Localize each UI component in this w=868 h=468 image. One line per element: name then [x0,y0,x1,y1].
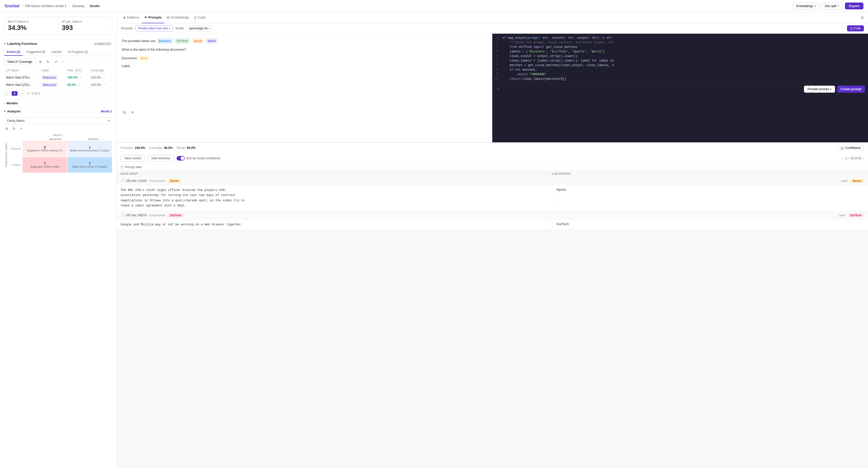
label-business: Business [157,38,173,44]
lf-name-fsl: Warm Start (FSL) [4,74,39,81]
tab-code[interactable]: {} Code [191,12,208,23]
metrics-row: Best F1 Macro ▾ 34.3% SF gen. labels ▾ 3… [4,17,112,35]
label-world: World [206,38,217,44]
clarity-col-headers: Incorrect Correct [22,137,112,140]
external-link-icon[interactable]: ↗ [78,83,80,87]
analysis-title: ▾ Analysis [4,109,21,113]
sports-gt-tag-1: Sports [167,179,181,183]
col-coverage: Coverage [89,67,112,74]
export-icon[interactable]: ↗ [53,59,59,65]
main-layout: Best F1 Macro ▾ 34.3% SF gen. labels ▾ 3… [0,12,868,468]
metric-sf-label: SF gen. labels ▾ [62,20,108,23]
lf-toolbar: View LF Coverage ⊜ ↻ ↗ ⋯ [4,59,112,65]
tab-patterns-label: Patterns [127,15,139,19]
prompt-config-bar: Template Predict label from text ▾ Model… [117,23,868,34]
template-value: Predict label from text [138,27,168,30]
refresh-clarity-icon[interactable]: ↻ [11,126,17,131]
clarity-cell-11-value: 7 [89,162,91,165]
filter-icon[interactable]: ⊜ [38,59,43,65]
devsplit-dropdown[interactable]: Dev split ▾ [822,3,842,9]
labeling-functions-section[interactable]: ▾ Labeling Functions 2 Active LFs [4,39,112,47]
lf-label-fsl: Multi-polar [39,74,65,81]
external-link-icon[interactable]: ↗ [103,83,105,87]
external-link-icon[interactable]: ↗ [79,76,82,79]
topnav-actions: Embeddings ▾ Dev split ▾ Export [793,3,863,9]
data-row-2-body: Google and Mozilla may or not be working… [117,220,868,230]
code-button[interactable]: {} Code [847,25,864,31]
next-page-button[interactable]: › [20,91,25,96]
clarity-cell-00-value: 0 [44,145,45,149]
embeddings-icon: ⊞ [167,15,169,19]
tab-inactive[interactable]: Inactive [49,48,64,56]
view-incorrect-button[interactable]: View incorrect [148,155,174,162]
filter-button[interactable]: ⊜ [861,15,864,20]
breadcrumb-develop[interactable]: Develop [72,4,85,8]
models-section[interactable]: › Models [4,99,112,107]
confidence-button[interactable]: 📊 Confidence [837,145,864,151]
sort-toggle[interactable] [177,156,185,161]
editor-bottom-icons: ⊟ ✛ [122,69,487,115]
view-correct-button[interactable]: View correct [121,155,145,162]
tab-suggested[interactable]: Suggested (8) [24,48,48,56]
breadcrumb-project[interactable]: FM-Demo-AGNews-Small-1 [25,4,66,8]
code-line-3: 3 from difflib import get_close_matches [492,45,868,49]
tab-code-label: Code [197,15,206,19]
more-options-icon[interactable]: ⋯ [61,59,67,65]
clarity-cell-11-sub: Model fits to correct LF outputs [72,165,107,168]
prev-page-button[interactable]: ‹ [4,91,10,96]
table-row: Warm Start (FSL) Multi-polar 100.0% ↗ 10… [4,74,112,81]
create-prompt-button[interactable]: Create prompt [837,86,865,93]
preview-prompt-button[interactable]: Preview prompt ▾ [804,86,835,93]
export-button[interactable]: Export [845,3,863,9]
data-row-1-text: The NHL #39;s chief legal officer blaste… [117,185,552,211]
tab-in-progress[interactable]: In Progress (0) [66,48,91,56]
expand-clarity-icon[interactable]: ↗ [18,126,24,131]
prompt-area: The possible labels are Business Sci/Tec… [117,34,868,142]
external-link-icon[interactable]: ↗ [103,76,105,79]
filter-clarity-icon[interactable]: ⊜ [4,126,10,131]
code-icon: {} [850,27,852,30]
table-icon[interactable]: ⊟ [122,109,127,115]
clarity-row-labels: Incorrect Correct [8,140,22,173]
tab-embeddings[interactable]: ⊞ Embeddings [164,12,191,23]
view-lf-coverage-button[interactable]: View LF Coverage [4,59,36,65]
current-page: 1 [12,91,18,96]
sort-label: Sort by model confidence [186,157,220,160]
lf-name-zsl: Warm Start (ZSL) [4,81,39,89]
code-refresh-icon[interactable]: ↺ [495,86,501,92]
prompt-view-label[interactable]: Prompt view [125,165,142,169]
prompt-view-icon: ☰ [121,165,123,169]
tab-active[interactable]: Active (2) [4,48,23,56]
crosshair-icon[interactable]: ✛ [130,109,135,115]
tab-patterns[interactable]: ◈ Patterns [121,12,142,23]
breadcrumb-studio[interactable]: Studio [89,4,99,8]
template-select[interactable]: Predict label from text ▾ [135,25,173,31]
clarity-cell-00-sub: Suggestion: Refine existing LFs [27,149,63,152]
tab-prompts[interactable]: ✦ Prompts [142,12,164,23]
prompt-line-2: What is the label of the following docum… [122,47,487,53]
prev-page-arrow[interactable]: ‹ [842,156,844,160]
metric-sf-value: 393 [62,24,108,32]
model-label: Model [176,27,184,30]
clarity-col-correct: Correct [74,137,113,140]
next-page-arrow[interactable]: › [863,156,864,160]
col-llm-output: LLM output [552,172,864,175]
clarity-cell-10: 7 Suggestion: Refine model [22,157,67,173]
tab-embeddings-label: Embeddings [171,15,189,19]
clarity-matrix-select[interactable]: Clarity Matrix [4,117,112,124]
lf-prec-zsl: 85.0% ↗ [65,81,89,89]
clarity-matrix-area: Clarity Matrix ⊜ ↻ ↗ Model 1 Programmati… [4,117,112,173]
model-select[interactable]: openai/gpt-4o ▾ [186,25,213,31]
code-line-10: 10 return clean_labels[matches[0]] [492,77,868,81]
clarity-cell-11: 7 Model fits to correct LF outputs [67,157,113,173]
analysis-section[interactable]: ▾ Analysis Model 1 [4,107,112,115]
sep2: / [69,4,70,8]
clarity-y-axis-label: Programmatic Labels [4,137,8,173]
prompt-editor: The possible labels are Business Sci/Tec… [117,34,492,142]
prompt-action-buttons: Preview prompt ▾ Create prompt [804,86,865,93]
code-lines: 1 ef map_output(prompt: str, context: st… [492,34,868,83]
embeddings-dropdown[interactable]: Embeddings ▾ [793,3,819,9]
refresh-icon[interactable]: ↻ [45,59,51,65]
clarity-matrix-select-wrap: Clarity Matrix [4,117,112,124]
data-row-2: 📄 UID doc::88374 Ground truth Sci/Tech L… [117,211,868,230]
